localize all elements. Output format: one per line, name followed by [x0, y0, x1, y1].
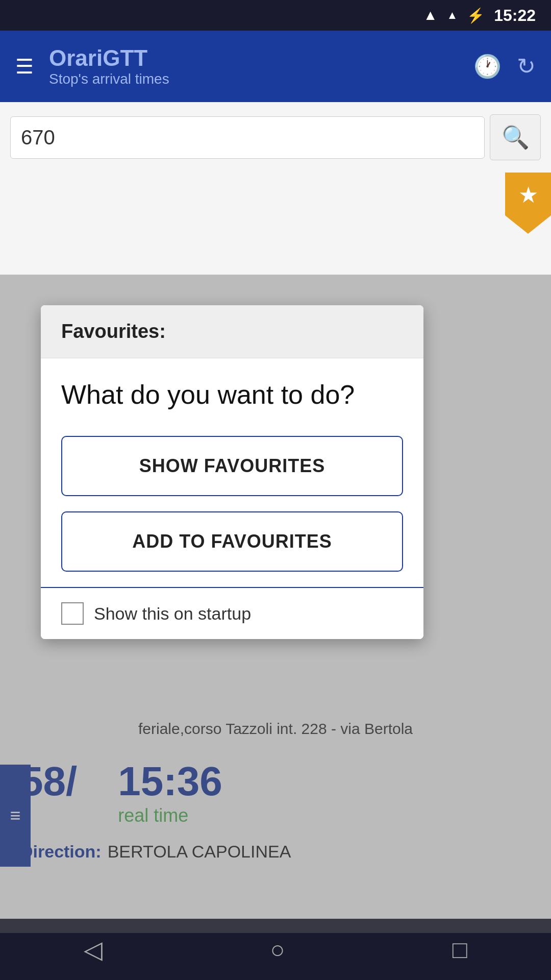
- recent-apps-button[interactable]: □: [453, 936, 467, 964]
- add-to-favourites-button[interactable]: ADD TO FAVOURITES: [61, 511, 403, 572]
- status-time: 15:22: [494, 6, 536, 25]
- dialog-body: What do you want to do? SHOW FAVOURITES …: [41, 358, 423, 587]
- app-bar-actions: 🕐 ↻: [473, 53, 536, 80]
- background-content: ★ Favourites: What do you want to do? SH…: [0, 173, 551, 933]
- app-title-block: OrariGTT Stop's arrival times: [49, 45, 458, 87]
- status-bar: ▲ ▲ ⚡ 15:22: [0, 0, 551, 31]
- search-icon: 🔍: [502, 124, 530, 151]
- dialog-question: What do you want to do?: [61, 379, 403, 410]
- search-area: 🔍: [0, 102, 551, 173]
- app-subtitle: Stop's arrival times: [49, 71, 458, 87]
- dialog-footer: Show this on startup: [41, 587, 423, 639]
- home-button[interactable]: ○: [270, 936, 285, 964]
- startup-label: Show this on startup: [94, 604, 251, 624]
- wifi-icon: ▲: [423, 7, 438, 23]
- menu-icon[interactable]: ☰: [15, 55, 34, 78]
- back-button[interactable]: ◁: [84, 935, 103, 964]
- show-favourites-button[interactable]: SHOW FAVOURITES: [61, 436, 403, 496]
- refresh-icon[interactable]: ↻: [517, 53, 536, 80]
- history-icon[interactable]: 🕐: [473, 53, 502, 80]
- search-input[interactable]: [10, 116, 485, 159]
- battery-icon: ⚡: [467, 7, 485, 24]
- app-bar: ☰ OrariGTT Stop's arrival times 🕐 ↻: [0, 31, 551, 102]
- favourites-dialog: Favourites: What do you want to do? SHOW…: [41, 305, 423, 639]
- dialog-title: Favourites:: [61, 321, 166, 342]
- startup-checkbox[interactable]: [61, 602, 84, 625]
- search-button[interactable]: 🔍: [490, 114, 541, 160]
- dialog-header: Favourites:: [41, 305, 423, 358]
- signal-icon: ▲: [446, 9, 458, 22]
- star-badge: ★: [505, 173, 551, 234]
- app-title: OrariGTT: [49, 45, 458, 71]
